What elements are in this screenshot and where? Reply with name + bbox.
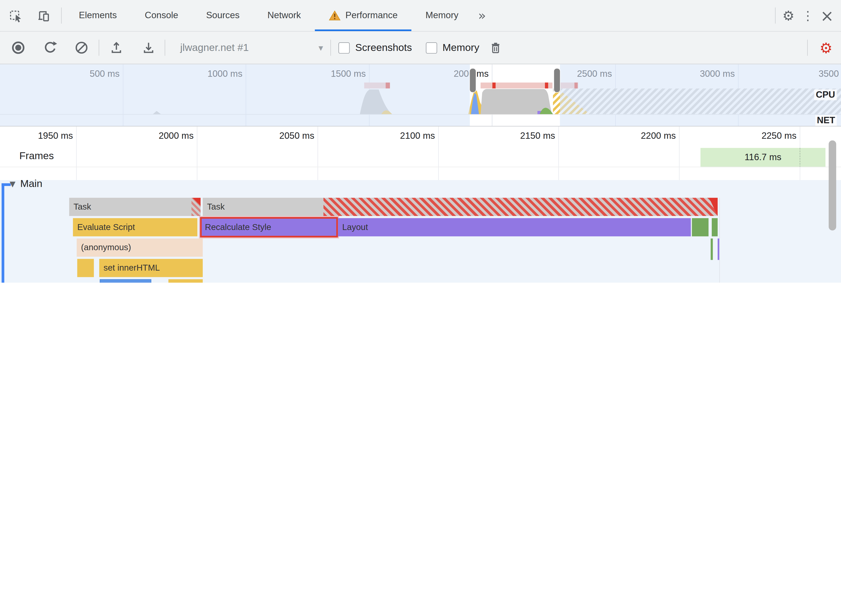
vertical-scrollbar[interactable] [829, 141, 836, 230]
ruler-tick: 2000 ms [113, 131, 194, 142]
long-task-marker [545, 83, 548, 89]
inspect-element-icon[interactable] [6, 4, 26, 27]
ruler-tick: 2200 ms [595, 131, 676, 142]
more-tabs-glyph: » [478, 8, 486, 23]
timeline-overview[interactable]: 500 ms 1000 ms 1500 ms 2000 ms 2500 ms 3… [0, 64, 841, 126]
task-bar-label: Task [203, 202, 225, 211]
tab-network[interactable]: Network [254, 0, 315, 31]
frames-row-border [0, 167, 841, 167]
cpu-label: CPU [814, 89, 837, 100]
long-task-marker [493, 83, 495, 89]
frame-duration-label: 116.7 ms [744, 152, 781, 163]
toolbar-divider [99, 40, 99, 56]
script-bar[interactable] [77, 259, 94, 277]
task-bar[interactable]: Task [203, 198, 323, 216]
paint-sliver[interactable] [711, 238, 713, 260]
paint-bar[interactable] [692, 218, 709, 236]
clear-recordings-icon[interactable] [72, 36, 91, 60]
frames-track-label: Frames [19, 150, 54, 162]
tab-elements-label: Elements [79, 10, 117, 21]
tab-memory-label: Memory [425, 10, 459, 21]
toolbar-divider [165, 40, 165, 56]
capture-settings-glyph: ⚙ [820, 40, 833, 56]
selection-handle-right[interactable] [554, 69, 560, 92]
task-bar[interactable]: Task [69, 198, 201, 216]
trash-icon[interactable] [486, 36, 505, 60]
close-glyph: × [820, 6, 834, 25]
ruler-tick: 2250 ms [716, 131, 797, 142]
devtools-window: Elements Console Sources Network Perform… [0, 0, 841, 283]
set-innerhtml-label: set innerHTML [99, 263, 160, 272]
tab-memory[interactable]: Memory [412, 0, 472, 31]
long-task-strip [481, 83, 553, 89]
warning-icon [329, 10, 341, 21]
close-icon[interactable]: × [817, 4, 837, 27]
script-bar[interactable] [168, 279, 203, 283]
session-label: jlwagner.net #1 [180, 42, 248, 53]
performance-toolbar: jlwagner.net #1 ▾ Screenshots Memory ⚙ [0, 32, 841, 65]
layout-bar[interactable]: Layout [338, 218, 691, 236]
track-selection-bracket [2, 183, 4, 283]
layout-label: Layout [338, 222, 368, 232]
record-button[interactable] [9, 36, 28, 60]
recalculate-style-label: Recalculate Style [201, 222, 271, 232]
style-sliver[interactable] [717, 238, 719, 260]
screenshots-label: Screenshots [355, 42, 412, 54]
tab-performance[interactable]: Performance [315, 0, 412, 31]
anonymous-bar[interactable]: (anonymous) [77, 238, 203, 257]
devtools-tabbar: Elements Console Sources Network Perform… [0, 0, 841, 32]
toolbar-divider [61, 7, 62, 23]
evaluate-script-label: Evaluate Script [73, 222, 135, 232]
long-task-end-triangle [709, 198, 717, 216]
set-innerhtml-bar[interactable]: set innerHTML [99, 259, 203, 277]
device-toolbar-icon[interactable] [34, 4, 53, 27]
task-bar-label: Task [69, 202, 91, 211]
long-task-hatch-bar[interactable] [323, 198, 717, 216]
toolbar-divider [807, 40, 808, 56]
net-label: NET [815, 115, 837, 126]
tab-elements[interactable]: Elements [65, 0, 131, 31]
ruler-tick: 1950 ms [0, 131, 73, 142]
evaluate-script-bar[interactable]: Evaluate Script [73, 218, 197, 236]
flame-chart-area[interactable]: 1950 ms 2000 ms 2050 ms 2100 ms 2150 ms … [0, 126, 841, 283]
tab-performance-label: Performance [346, 10, 398, 21]
screenshots-checkbox[interactable] [339, 42, 350, 53]
kebab-glyph: ⋮ [801, 9, 814, 23]
ruler-tick: 2050 ms [234, 131, 315, 142]
track-selection-bracket-tick [2, 183, 11, 186]
overview-dim-left [0, 64, 470, 126]
frame-duration-box[interactable]: 116.7 ms [700, 148, 825, 167]
more-tabs-icon[interactable]: » [472, 4, 492, 27]
collapse-main-icon[interactable]: ▼ [10, 180, 15, 188]
ruler-tick: 2100 ms [354, 131, 435, 142]
paint-bar[interactable] [712, 218, 717, 236]
tab-sources-label: Sources [206, 10, 240, 21]
anonymous-label: (anonymous) [77, 243, 131, 252]
save-profile-icon[interactable] [139, 36, 158, 60]
settings-gear-icon[interactable]: ⚙ [779, 4, 798, 27]
memory-label: Memory [443, 42, 479, 54]
session-dropdown-caret[interactable]: ▾ [319, 42, 323, 53]
tab-sources[interactable]: Sources [192, 0, 253, 31]
main-track-label: Main [20, 178, 42, 190]
main-track-header[interactable]: ▼ Main [10, 178, 42, 190]
ruler-tick: 2150 ms [475, 131, 555, 142]
toolbar-divider [331, 40, 331, 56]
session-select[interactable]: jlwagner.net #1 [180, 42, 248, 54]
load-profile-icon[interactable] [107, 36, 126, 60]
parse-html-bar[interactable]: P...L [100, 279, 151, 283]
recalculate-style-bar[interactable]: Recalculate Style [200, 217, 338, 238]
reload-record-button[interactable] [41, 36, 60, 60]
tab-console[interactable]: Console [131, 0, 192, 31]
tab-console-label: Console [145, 10, 178, 21]
gear-glyph: ⚙ [782, 8, 794, 23]
kebab-menu-icon[interactable]: ⋮ [798, 4, 817, 27]
toolbar-divider [775, 7, 775, 23]
selection-handle-left[interactable] [470, 69, 476, 92]
tab-network-label: Network [268, 10, 301, 21]
overview-dim-right [560, 64, 841, 126]
trace-end-line [719, 198, 720, 283]
capture-settings-gear-icon[interactable]: ⚙ [816, 36, 835, 60]
long-task-corner [193, 198, 201, 206]
memory-checkbox[interactable] [426, 42, 437, 53]
